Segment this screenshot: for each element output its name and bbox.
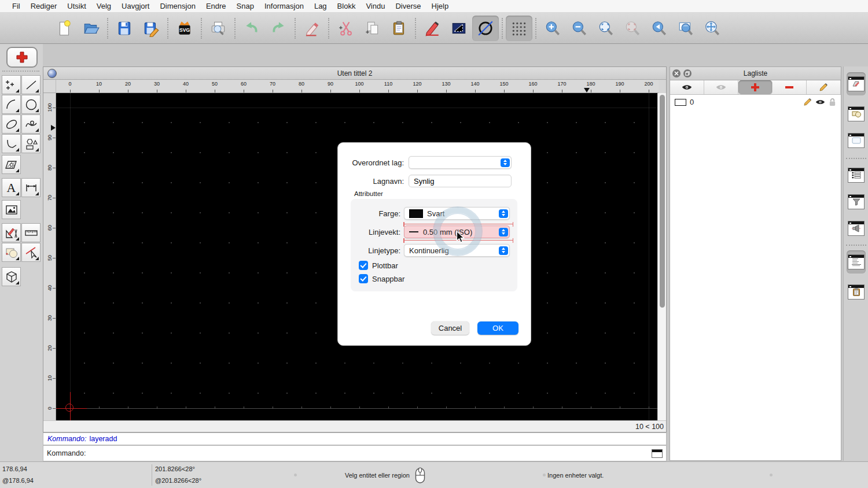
cancel-button[interactable]: Cancel — [431, 321, 469, 335]
zoom-in-button[interactable] — [539, 16, 566, 41]
reference-dock-button[interactable] — [847, 217, 866, 240]
command-input[interactable] — [89, 449, 652, 458]
ruler-tool-button[interactable] — [21, 223, 41, 242]
block-list-dock-button[interactable] — [847, 102, 866, 125]
copy-button[interactable] — [359, 16, 385, 41]
menu-item-dimensjon[interactable]: Dimensjon — [155, 0, 200, 13]
menu-item-rediger[interactable]: Rediger — [25, 0, 62, 13]
delete-button[interactable] — [299, 16, 325, 41]
select-tool-button[interactable] — [21, 243, 41, 262]
vertical-scrollbar[interactable] — [657, 93, 666, 422]
stepper-icon[interactable] — [499, 228, 508, 236]
hide-all-layers-button[interactable] — [704, 80, 738, 94]
zoom-pan-button[interactable] — [699, 16, 726, 41]
menu-item-informasjon[interactable]: Informasjon — [259, 0, 309, 13]
ruler-tick-label: 40 — [47, 282, 53, 294]
add-layer-button[interactable] — [738, 80, 773, 94]
ruler-tick — [504, 90, 505, 93]
menu-item-lag[interactable]: Lag — [309, 0, 332, 13]
checkbox-checked-icon[interactable] — [359, 261, 368, 270]
clipboard-dock-button[interactable] — [847, 280, 866, 304]
stepper-icon[interactable] — [499, 209, 508, 218]
zoom-previous-button[interactable] — [619, 16, 646, 41]
ruler-tick-label: 50 — [47, 252, 53, 264]
undo-button[interactable] — [238, 16, 265, 41]
ok-button[interactable]: OK — [477, 321, 518, 335]
select-icon — [24, 246, 38, 260]
close-icon[interactable] — [672, 69, 681, 77]
new-file-button[interactable] — [51, 16, 78, 41]
menu-item-endre[interactable]: Endre — [201, 0, 231, 13]
text-tool-button[interactable]: A — [2, 178, 21, 197]
grid-toggle-button[interactable] — [506, 16, 532, 41]
redo-button[interactable] — [265, 16, 292, 41]
show-all-layers-button[interactable] — [670, 80, 704, 94]
library-browser-dock-button[interactable] — [847, 129, 866, 152]
modify-tool-button[interactable] — [2, 243, 21, 262]
edit-layer-button[interactable] — [807, 80, 841, 94]
zoom-out-button[interactable] — [566, 16, 593, 41]
spline-tool-button[interactable] — [21, 114, 41, 134]
menu-item-uavgjort[interactable]: Uavgjort — [116, 0, 155, 13]
save-as-button[interactable] — [138, 16, 164, 41]
edit-attributes-button[interactable] — [419, 16, 446, 41]
zoom-out-icon — [571, 20, 588, 37]
dimension-tool-button[interactable] — [21, 178, 41, 197]
menu-item-vindu[interactable]: Vindu — [361, 0, 390, 13]
stepper-icon[interactable] — [501, 158, 510, 167]
order-button[interactable] — [446, 16, 472, 41]
menu-item-utsikt[interactable]: Utsikt — [62, 0, 91, 13]
menu-item-hjelp[interactable]: Hjelp — [426, 0, 454, 13]
arc-tool-button[interactable] — [2, 95, 21, 114]
command-line-dock-button[interactable] — [847, 250, 866, 273]
layer-list-dock-button[interactable] — [847, 72, 866, 95]
dock-strip — [843, 66, 868, 461]
svg-export-button[interactable]: SVG — [171, 16, 198, 41]
snappable-checkbox-row[interactable]: Snappbar — [359, 274, 404, 283]
points-tool-button[interactable] — [2, 75, 21, 94]
menu-item-blokk[interactable]: Blokk — [332, 0, 361, 13]
open-file-button[interactable] — [78, 16, 104, 41]
layer-visibility-icon[interactable] — [815, 99, 825, 105]
save-button[interactable] — [111, 16, 138, 41]
circle-tool-button[interactable] — [21, 95, 41, 114]
document-titlebar[interactable]: Uten tittel 2 — [43, 67, 666, 80]
layer-edit-pencil-icon[interactable] — [803, 98, 812, 106]
remove-layer-button[interactable] — [773, 80, 807, 94]
zoom-auto-button[interactable] — [593, 16, 619, 41]
image-tool-button[interactable] — [2, 200, 21, 219]
command-detach-button[interactable] — [652, 449, 663, 458]
shapes-tool-button[interactable] — [21, 134, 41, 153]
command-history: Kommando: layeradd — [43, 432, 667, 445]
print-preview-button[interactable] — [205, 16, 231, 41]
hatch-tool-button[interactable] — [2, 155, 21, 174]
selection-filter-dock-button[interactable] — [847, 190, 866, 213]
layer-lock-icon[interactable] — [829, 98, 836, 106]
menu-item-snap[interactable]: Snap — [231, 0, 259, 13]
zoom-back-button[interactable] — [646, 16, 672, 41]
paste-button[interactable] — [385, 16, 412, 41]
plottable-checkbox-row[interactable]: Plottbar — [359, 261, 398, 270]
stepper-icon[interactable] — [499, 246, 508, 255]
menu-item-velg[interactable]: Velg — [91, 0, 116, 13]
ellipse-tool-button[interactable] — [2, 114, 21, 134]
ruler-tick — [562, 90, 562, 93]
float-panel-icon[interactable] — [683, 69, 692, 77]
construction-tool-button[interactable] — [2, 223, 21, 242]
solid-tool-button[interactable] — [2, 267, 21, 286]
tools-home-button[interactable] — [6, 47, 38, 68]
polyline-tool-button[interactable] — [2, 134, 21, 153]
scrollbar-thumb[interactable] — [660, 95, 665, 308]
parent-layer-select[interactable] — [409, 156, 512, 169]
layer-panel-titlebar[interactable]: Lagliste — [670, 67, 841, 80]
menu-item-diverse[interactable]: Diverse — [390, 0, 426, 13]
line-tool-button[interactable] — [21, 75, 41, 94]
cut-button[interactable] — [332, 16, 359, 41]
layer-row[interactable]: 0 — [670, 95, 841, 109]
checkbox-checked-icon[interactable] — [359, 274, 368, 283]
property-editor-dock-button[interactable] — [847, 164, 866, 187]
menu-item-fil[interactable]: Fil — [7, 0, 25, 13]
layer-name-input[interactable] — [409, 175, 512, 187]
zoom-window-button[interactable] — [672, 16, 699, 41]
draft-mode-button[interactable] — [472, 16, 499, 41]
